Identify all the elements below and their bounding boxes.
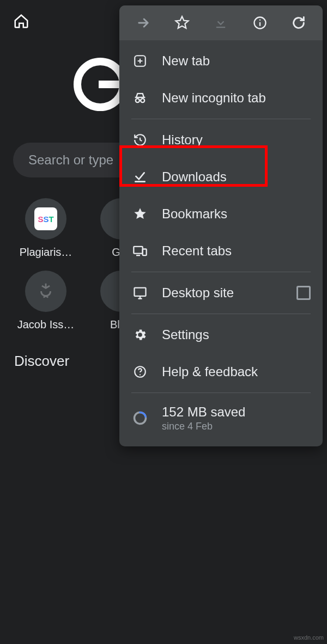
svg-rect-7 [143, 249, 147, 256]
menu-item-label: Downloads [162, 169, 311, 185]
shortcut-icon-circle: SST [25, 198, 66, 240]
shortcut-jacob[interactable]: Jacob Iss… [13, 271, 78, 331]
menu-item-new-tab[interactable]: New tab [119, 42, 323, 79]
shortcut-icon-circle [25, 271, 66, 312]
data-saver-icon [132, 410, 148, 426]
shortcut-plagiarism[interactable]: SST Plagiaris… [13, 198, 78, 259]
desktop-icon [132, 285, 148, 300]
sst-icon: SST [34, 207, 57, 230]
plus-box-icon [133, 54, 147, 68]
menu-list: New tab New incognito tab History Downlo… [119, 40, 323, 446]
data-saver-main: 152 MB saved [162, 404, 245, 420]
menu-item-label: History [162, 132, 311, 148]
search-placeholder: Search or type [28, 152, 113, 168]
menu-item-label: Help & feedback [162, 364, 311, 379]
data-saver-sub: since 4 Feb [162, 421, 245, 432]
menu-item-downloads[interactable]: Downloads [119, 158, 323, 195]
menu-item-history[interactable]: History [119, 121, 323, 158]
downloads-done-icon [133, 170, 147, 184]
svg-rect-6 [134, 247, 142, 254]
history-icon [133, 133, 147, 147]
menu-item-label: Settings [162, 327, 311, 342]
menu-item-label: New incognito tab [162, 90, 311, 106]
shortcut-label: Jacob Iss… [17, 318, 74, 331]
menu-separator [131, 314, 311, 314]
devices-icon [132, 243, 148, 259]
overflow-menu: New tab New incognito tab History Downlo… [119, 5, 323, 446]
menu-item-label: Desktop site [162, 285, 296, 300]
desktop-site-checkbox[interactable] [296, 286, 311, 300]
help-icon [133, 365, 147, 379]
bookmark-button[interactable] [167, 8, 197, 38]
menu-separator [131, 119, 311, 119]
home-icon [13, 13, 29, 29]
home-button[interactable] [8, 8, 34, 34]
menu-item-label: Bookmarks [162, 206, 311, 222]
menu-item-settings[interactable]: Settings [119, 316, 323, 353]
svg-rect-8 [135, 288, 146, 296]
menu-item-desktop-site[interactable]: Desktop site [119, 274, 323, 311]
menu-top-row [119, 5, 323, 40]
menu-separator [131, 272, 311, 272]
forward-button[interactable] [128, 8, 159, 38]
svg-point-5 [141, 99, 144, 102]
gear-icon [133, 328, 147, 342]
svg-point-2 [259, 20, 261, 21]
shortcut-label: Plagiaris… [20, 246, 72, 259]
forward-icon [136, 15, 151, 30]
reload-button[interactable] [283, 8, 314, 38]
info-icon [252, 15, 268, 30]
menu-item-label: Recent tabs [162, 243, 311, 259]
jacob-icon [37, 282, 55, 300]
menu-item-data-saver[interactable]: 152 MB saved since 4 Feb [119, 395, 323, 441]
menu-item-bookmarks[interactable]: Bookmarks [119, 195, 323, 232]
menu-item-label: New tab [162, 53, 311, 69]
star-outline-icon [174, 15, 190, 30]
watermark: wsxdn.com [294, 634, 324, 641]
menu-item-incognito[interactable]: New incognito tab [119, 79, 323, 116]
download-button[interactable] [205, 8, 236, 38]
menu-item-recent-tabs[interactable]: Recent tabs [119, 232, 323, 269]
download-icon [213, 15, 228, 30]
svg-point-4 [136, 99, 140, 102]
menu-item-help[interactable]: Help & feedback [119, 353, 323, 390]
reload-icon [291, 15, 306, 30]
menu-separator [131, 392, 311, 393]
svg-point-10 [140, 374, 141, 375]
star-icon [133, 207, 147, 221]
incognito-icon [132, 90, 148, 106]
info-button[interactable] [245, 8, 275, 38]
